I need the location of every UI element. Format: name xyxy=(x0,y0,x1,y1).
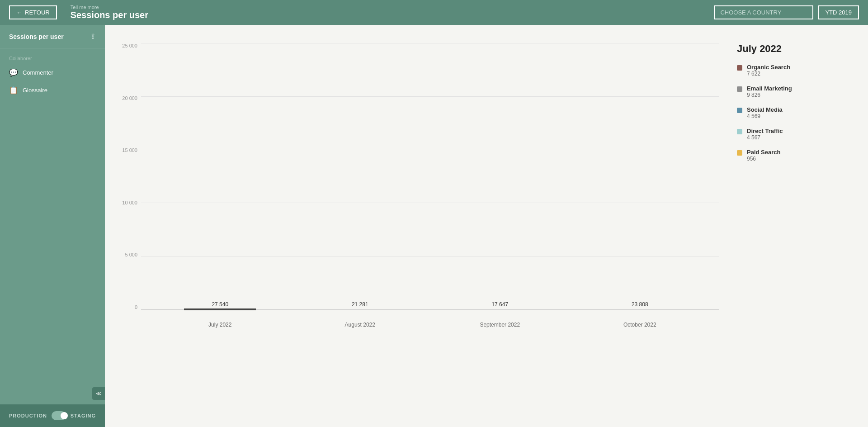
retour-label: RETOUR xyxy=(25,9,50,16)
legend-title: July 2022 xyxy=(737,43,845,55)
legend-name-2: Social Media xyxy=(747,106,783,113)
header-title-area: Tell me more Sessions per user xyxy=(71,5,148,20)
legend-value-1: 9 826 xyxy=(747,92,792,98)
x-label-1: August 2022 xyxy=(290,322,430,328)
main-layout: Sessions per user ⇪ Collaborer 💬 Comment… xyxy=(0,25,868,427)
chart-plot: 27 54021 28117 64723 808 xyxy=(141,43,719,310)
legend-item-direct-traffic: Direct Traffic 4 567 xyxy=(737,128,845,141)
collapse-button[interactable]: ≪ xyxy=(92,387,105,400)
chart-container: 25 00020 00015 00010 0005 0000 27 54021 … xyxy=(114,34,719,332)
env-toggle-bar: PRODUCTION STAGING xyxy=(0,404,105,427)
legend-item-email-marketing: Email Marketing 9 826 xyxy=(737,85,845,98)
legend-name-1: Email Marketing xyxy=(747,85,792,92)
production-label: PRODUCTION xyxy=(9,413,47,418)
bar-total-0: 27 540 xyxy=(212,301,228,308)
y-label-5: 0 xyxy=(135,304,141,310)
y-label-2: 15 000 xyxy=(122,147,141,153)
legend-value-4: 956 xyxy=(747,156,780,162)
legend-name-4: Paid Search xyxy=(747,149,780,156)
x-label-2: September 2022 xyxy=(430,322,570,328)
y-axis: 25 00020 00015 00010 0005 0000 xyxy=(114,43,141,310)
y-label-1: 20 000 xyxy=(122,95,141,101)
sidebar-item-commenter-label: Commenter xyxy=(23,69,53,76)
x-label-0: July 2022 xyxy=(150,322,290,328)
chart-wrapper: 25 00020 00015 00010 0005 0000 27 54021 … xyxy=(105,25,868,404)
legend-item-organic-search: Organic Search 7 622 xyxy=(737,64,845,77)
staging-label: STAGING xyxy=(71,413,96,418)
x-axis: July 2022August 2022September 2022Octobe… xyxy=(141,322,719,328)
bars-row: 27 54021 28117 64723 808 xyxy=(141,43,719,309)
sidebar-header: Sessions per user ⇪ xyxy=(0,25,105,48)
legend-items: Organic Search 7 622 Email Marketing 9 8… xyxy=(737,64,845,162)
y-label-4: 5 000 xyxy=(125,252,141,257)
sidebar-item-glossaire-label: Glossaire xyxy=(23,87,47,94)
x-label-3: October 2022 xyxy=(570,322,710,328)
share-icon[interactable]: ⇪ xyxy=(90,32,96,41)
bar-total-1: 21 281 xyxy=(352,301,368,308)
sidebar-section-label: Collaborer xyxy=(0,48,105,64)
legend-panel: July 2022 Organic Search 7 622 Email Mar… xyxy=(728,34,854,395)
legend-color-2 xyxy=(737,108,742,113)
legend-color-3 xyxy=(737,129,742,134)
legend-value-0: 7 622 xyxy=(747,71,790,77)
ytd-label: YTD 2019 xyxy=(825,9,852,16)
bar-total-2: 17 647 xyxy=(491,301,508,308)
comment-icon: 💬 xyxy=(9,68,18,77)
y-label-3: 10 000 xyxy=(122,200,141,205)
header-subtitle: Tell me more xyxy=(71,5,148,10)
header-right: YTD 2019 xyxy=(714,5,859,19)
chart-section: 25 00020 00015 00010 0005 0000 27 54021 … xyxy=(114,34,719,395)
glossaire-icon: 📋 xyxy=(9,86,18,95)
collapse-icon: ≪ xyxy=(96,390,102,397)
retour-button[interactable]: ← RETOUR xyxy=(9,5,57,19)
env-toggle[interactable] xyxy=(52,411,66,420)
bar-total-3: 23 808 xyxy=(632,301,648,308)
sidebar-item-glossaire[interactable]: 📋 Glossaire xyxy=(0,81,105,99)
legend-color-4 xyxy=(737,150,742,156)
sidebar-item-commenter[interactable]: 💬 Commenter xyxy=(0,64,105,81)
sidebar-title: Sessions per user xyxy=(9,33,64,40)
y-label-0: 25 000 xyxy=(122,43,141,48)
sidebar: Sessions per user ⇪ Collaborer 💬 Comment… xyxy=(0,25,105,427)
legend-name-0: Organic Search xyxy=(747,64,790,71)
legend-color-1 xyxy=(737,86,742,92)
legend-item-paid-search: Paid Search 956 xyxy=(737,149,845,162)
page-title: Sessions per user xyxy=(71,10,148,20)
legend-name-3: Direct Traffic xyxy=(747,128,783,134)
ytd-button[interactable]: YTD 2019 xyxy=(818,5,859,19)
country-search-input[interactable] xyxy=(714,5,813,19)
legend-value-3: 4 567 xyxy=(747,134,783,141)
legend-color-0 xyxy=(737,65,742,71)
content-area: 25 00020 00015 00010 0005 0000 27 54021 … xyxy=(105,25,868,427)
legend-value-2: 4 569 xyxy=(747,113,783,119)
toggle-knob xyxy=(61,412,68,419)
top-header: ← RETOUR Tell me more Sessions per user … xyxy=(0,0,868,25)
legend-item-social-media: Social Media 4 569 xyxy=(737,106,845,119)
